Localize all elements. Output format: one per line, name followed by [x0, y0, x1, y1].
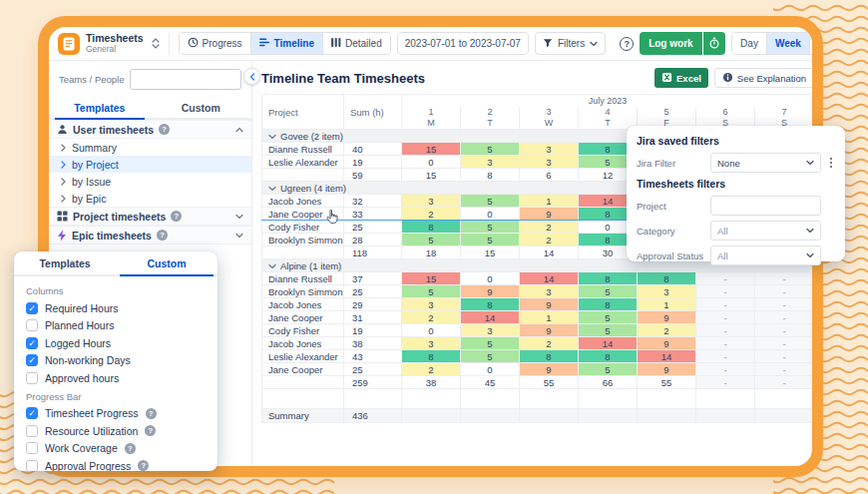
checkbox-row-work-coverage[interactable]: Work Coverage?	[26, 440, 206, 458]
timesheet-cell[interactable]: 1	[520, 311, 579, 324]
timesheet-cell[interactable]: 8	[461, 298, 520, 311]
timesheet-cell[interactable]: 9	[638, 363, 696, 376]
user-name-cell[interactable]: Jacob Jones	[262, 298, 344, 311]
timesheet-cell[interactable]: 9	[520, 298, 579, 311]
sidebar-item-by-epic[interactable]: by Epic	[49, 190, 251, 207]
timesheet-cell[interactable]: 5	[402, 234, 461, 247]
checkbox[interactable]	[26, 372, 38, 384]
checkbox-row-planned-hours[interactable]: Planned Hours	[26, 317, 206, 335]
checkbox[interactable]	[26, 460, 38, 471]
timesheet-cell[interactable]: -	[696, 272, 755, 285]
kebab-menu-icon[interactable]	[825, 155, 837, 171]
category-filter-select[interactable]: All	[710, 221, 821, 241]
timesheet-cell[interactable]: 5	[579, 363, 638, 376]
timesheet-cell[interactable]: -	[696, 285, 755, 298]
user-name-cell[interactable]: Dianne Russell	[262, 143, 344, 156]
timesheet-cell[interactable]: 3	[520, 143, 579, 156]
timesheet-cell[interactable]: 2	[402, 363, 461, 376]
sidebar-item-by-project[interactable]: by Project	[49, 156, 251, 173]
timesheet-cell[interactable]: -	[696, 350, 755, 363]
help-icon[interactable]: ?	[171, 211, 182, 222]
table-row[interactable]: Jacob Jones2938981--	[262, 298, 814, 311]
panel-tab-custom[interactable]: Custom	[116, 251, 217, 274]
table-row[interactable]: Dianne Russell371501488--	[262, 272, 814, 285]
timesheet-cell[interactable]: 8	[461, 169, 520, 182]
project-filter-input[interactable]	[710, 196, 821, 216]
timesheet-cell[interactable]: 5	[461, 221, 520, 234]
view-tab-progress[interactable]: Progress	[180, 33, 251, 54]
see-explanation-button[interactable]: See Explanation	[714, 68, 814, 88]
timesheet-cell[interactable]: 3	[402, 337, 461, 350]
timesheet-cell[interactable]: 66	[579, 376, 638, 389]
timesheet-cell[interactable]: 15	[402, 143, 461, 156]
help-icon[interactable]: ?	[145, 425, 156, 436]
timesheet-cell[interactable]: 0	[461, 363, 520, 376]
timesheet-cell[interactable]: 3	[461, 324, 520, 337]
filters-dropdown[interactable]: Filters	[535, 32, 606, 55]
sidebar-item-by-issue[interactable]: by Issue	[49, 173, 251, 190]
table-row[interactable]: Jane Cooper31214159--	[262, 311, 814, 324]
timesheet-cell[interactable]: 8	[579, 272, 638, 285]
checkbox[interactable]	[26, 319, 38, 331]
user-name-cell[interactable]: Jacob Jones	[262, 195, 344, 208]
timesheet-cell[interactable]: 14	[520, 247, 579, 259]
help-icon[interactable]: ?	[620, 37, 634, 51]
timesheet-cell[interactable]: 8	[579, 350, 638, 363]
timesheet-cell[interactable]: 38	[402, 376, 461, 389]
table-row[interactable]: Cody Fisher1903952--	[262, 324, 814, 337]
timesheet-cell[interactable]: 0	[461, 208, 520, 221]
timesheet-cell[interactable]: -	[696, 363, 755, 376]
checkbox-row-required-hours[interactable]: ✓Required Hours	[26, 299, 206, 317]
timesheet-cell[interactable]: 45	[461, 376, 520, 389]
timesheet-cell[interactable]: 9	[461, 285, 520, 298]
view-tab-detailed[interactable]: Detailed	[323, 33, 390, 54]
user-name-cell[interactable]: Brooklyn Simmons	[262, 234, 344, 247]
timer-button[interactable]	[703, 32, 725, 55]
timesheet-cell[interactable]: 18	[402, 247, 461, 259]
zoom-tab-day[interactable]: Day	[732, 33, 767, 54]
chevron-down-icon[interactable]	[235, 233, 243, 239]
timesheet-cell[interactable]: 2	[402, 208, 461, 221]
user-name-cell[interactable]: Cody Fisher	[262, 324, 344, 337]
timesheet-cell[interactable]: 9	[520, 208, 579, 221]
sidebar-item-summary[interactable]: Summary	[49, 139, 251, 156]
timesheet-cell[interactable]: 15	[402, 169, 461, 182]
timesheet-cell[interactable]: 5	[461, 195, 520, 208]
timesheet-cell[interactable]: 5	[402, 285, 461, 298]
timesheet-cell[interactable]: 8	[402, 221, 461, 234]
sidebar-section-epic-timesheets[interactable]: Epic timesheets?	[49, 226, 251, 245]
user-name-cell[interactable]: Jane Cooper	[262, 311, 344, 324]
tab-custom[interactable]: Custom	[151, 97, 252, 118]
timesheet-cell[interactable]: -	[755, 311, 814, 324]
help-icon[interactable]: ?	[146, 408, 157, 419]
timesheet-cell[interactable]: 9	[520, 363, 579, 376]
timesheet-cell[interactable]: -	[755, 272, 814, 285]
timesheet-cell[interactable]: 3	[520, 285, 579, 298]
timesheet-cell[interactable]: 3	[402, 298, 461, 311]
excel-export-button[interactable]: Excel	[654, 68, 708, 88]
table-row[interactable]: Jane Cooper2520959--	[262, 363, 814, 376]
chevron-down-icon[interactable]	[235, 214, 243, 220]
timesheet-cell[interactable]: 15	[402, 272, 461, 285]
user-name-cell[interactable]: Brooklyn Simmons	[262, 285, 344, 298]
timesheet-cell[interactable]: 0	[461, 272, 520, 285]
help-icon[interactable]: ?	[157, 230, 168, 241]
checkbox-row-timesheet-progress[interactable]: ✓Timesheet Progress?	[26, 405, 206, 423]
timesheet-cell[interactable]: 0	[402, 156, 461, 169]
timesheet-cell[interactable]: -	[696, 324, 755, 337]
user-name-cell[interactable]: Dianne Russell	[262, 272, 344, 285]
timesheet-cell[interactable]: 3	[638, 285, 696, 298]
user-name-cell[interactable]: Jane Cooper	[262, 363, 344, 376]
log-work-button[interactable]: Log work	[640, 32, 701, 55]
timesheet-cell[interactable]: -	[755, 337, 814, 350]
checkbox-row-approval-progress[interactable]: Approval Progress?	[26, 457, 206, 471]
timesheet-cell[interactable]: 2	[638, 324, 696, 337]
timesheet-cell[interactable]: 14	[520, 272, 579, 285]
timesheet-cell[interactable]: -	[755, 363, 814, 376]
zoom-tab-month[interactable]: Month	[810, 33, 823, 54]
checkbox[interactable]: ✓	[26, 337, 38, 349]
chevron-up-icon[interactable]	[235, 127, 243, 133]
zoom-tab-week[interactable]: Week	[767, 33, 810, 54]
timesheet-cell[interactable]: 14	[461, 311, 520, 324]
checkbox[interactable]	[26, 442, 38, 454]
